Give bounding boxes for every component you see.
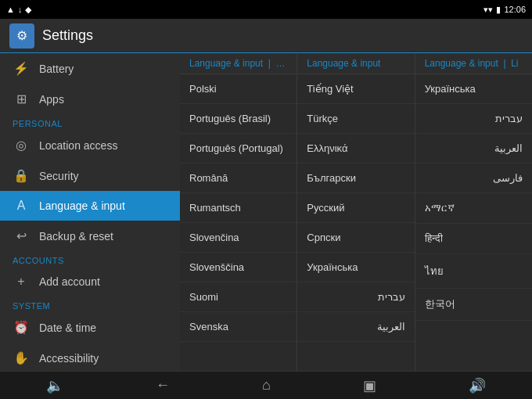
section-label-personal: PERSONAL — [0, 114, 180, 130]
lang-item[interactable]: Svenska — [180, 312, 297, 342]
lang-item[interactable]: हिन्दी — [415, 224, 532, 254]
lang-item[interactable]: עברית — [415, 104, 532, 134]
language-icon: A — [13, 199, 30, 213]
sidebar-label-battery: Battery — [39, 63, 74, 75]
lang-item[interactable]: Ελληνικά — [297, 134, 414, 164]
sidebar-item-accessibility[interactable]: ✋ Accessibility — [0, 343, 180, 371]
lang-item[interactable]: Rumantsch — [180, 193, 297, 223]
battery-icon: ⚡ — [13, 61, 30, 76]
location-icon: ◎ — [13, 138, 30, 153]
language-column-3: Language & input | Li Українська עברית ا… — [415, 53, 532, 371]
signal-icon: ▲ — [6, 5, 15, 14]
sidebar: ⚡ Battery ⊞ Apps PERSONAL ◎ Location acc… — [0, 53, 180, 371]
recents-button[interactable]: ▣ — [347, 374, 392, 397]
apps-icon: ⊞ — [13, 92, 30, 106]
sidebar-item-location[interactable]: ◎ Location access — [0, 130, 180, 160]
clock-icon: ⏰ — [13, 320, 30, 335]
battery-icon: ▮ — [496, 5, 501, 15]
lang-item[interactable]: العربية — [415, 134, 532, 164]
sidebar-label-date: Date & time — [39, 322, 96, 334]
lang-item[interactable]: Português (Brasil) — [180, 104, 297, 134]
app-title: Settings — [42, 27, 93, 44]
sidebar-item-date[interactable]: ⏰ Date & time — [0, 312, 180, 343]
language-column-1: Language & input | Lan Polski Português … — [180, 53, 297, 371]
clock: 12:06 — [504, 5, 526, 14]
status-right: ▾▾ ▮ 12:06 — [483, 5, 526, 15]
sidebar-label-accessibility: Accessibility — [39, 352, 99, 365]
nav-bar: 🔈 ← ⌂ ▣ 🔊 — [0, 371, 532, 399]
lang-item[interactable]: Slovenščina — [180, 253, 297, 282]
lang-item[interactable]: العربية — [297, 312, 414, 342]
sidebar-item-add-account[interactable]: + Add account — [0, 267, 180, 297]
lang-item[interactable]: Türkçe — [297, 104, 414, 134]
lang-item[interactable]: 한국어 — [415, 289, 532, 321]
content-area: Language & input | Lan Polski Português … — [180, 53, 532, 371]
lang-item[interactable]: עברית — [297, 282, 414, 312]
column-header-1: Language & input | Lan — [180, 53, 297, 74]
lang-item[interactable]: Српски — [297, 223, 414, 253]
lang-item[interactable]: Română — [180, 164, 297, 193]
sidebar-label-backup: Backup & reset — [39, 230, 113, 243]
main-layout: ⚡ Battery ⊞ Apps PERSONAL ◎ Location acc… — [0, 53, 532, 371]
column-header-2: Language & input — [297, 53, 414, 74]
sidebar-label-add-account: Add account — [39, 275, 100, 288]
volume-up-button[interactable]: 🔊 — [453, 374, 501, 397]
accessibility-icon: ✋ — [13, 350, 30, 365]
section-label-system: SYSTEM — [0, 297, 180, 312]
sidebar-item-battery[interactable]: ⚡ Battery — [0, 53, 180, 84]
status-bar: ▲ ↓ ◆ ▾▾ ▮ 12:06 — [0, 0, 532, 19]
lang-item[interactable]: Українська — [415, 74, 532, 104]
sync-icon: ↓ — [18, 5, 23, 14]
sidebar-item-security[interactable]: 🔒 Security — [0, 160, 180, 191]
sidebar-item-backup[interactable]: ↩ Backup & reset — [0, 221, 180, 251]
home-button[interactable]: ⌂ — [246, 374, 286, 397]
lang-item[interactable]: Українська — [297, 253, 414, 282]
lang-item[interactable]: Русский — [297, 193, 414, 223]
sidebar-label-apps: Apps — [39, 93, 64, 106]
lang-item[interactable]: ไทย — [415, 254, 532, 289]
sidebar-item-apps[interactable]: ⊞ Apps — [0, 84, 180, 114]
backup-icon: ↩ — [13, 228, 30, 243]
language-column-2: Language & input Tiếng Việt Türkçe Ελλην… — [297, 53, 415, 371]
lang-item[interactable]: Português (Portugal) — [180, 134, 297, 164]
lang-item[interactable]: Polski — [180, 74, 297, 104]
lang-item[interactable]: Slovenčina — [180, 223, 297, 253]
volume-down-button[interactable]: 🔈 — [31, 374, 79, 397]
lang-item[interactable]: Tiếng Việt — [297, 74, 414, 104]
extra-icon: ◆ — [25, 5, 31, 15]
column-header-3: Language & input | Li — [415, 53, 532, 74]
security-icon: 🔒 — [13, 168, 30, 183]
section-label-accounts: ACCOUNTS — [0, 251, 180, 267]
lang-item[interactable]: Български — [297, 164, 414, 193]
back-button[interactable]: ← — [140, 374, 185, 397]
sidebar-label-security: Security — [39, 170, 79, 182]
lang-item[interactable]: አማርኛ — [415, 193, 532, 224]
wifi-icon: ▾▾ — [483, 5, 493, 15]
sidebar-item-language[interactable]: A Language & input — [0, 191, 180, 221]
title-bar: ⚙ Settings — [0, 19, 532, 53]
lang-item[interactable]: فارسی — [415, 164, 532, 193]
settings-icon: ⚙ — [9, 23, 34, 49]
add-icon: + — [13, 275, 30, 289]
sidebar-label-language: Language & input — [39, 200, 125, 212]
lang-item[interactable]: Suomi — [180, 282, 297, 312]
status-left-icons: ▲ ↓ ◆ — [6, 5, 31, 15]
sidebar-label-location: Location access — [39, 139, 117, 152]
